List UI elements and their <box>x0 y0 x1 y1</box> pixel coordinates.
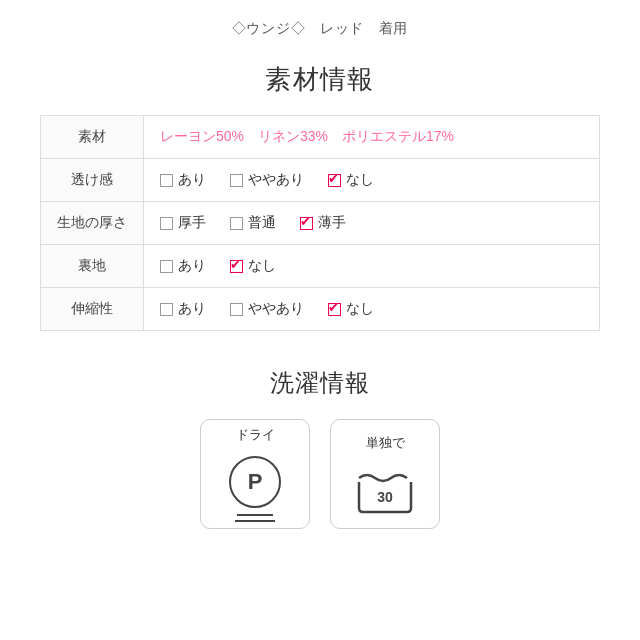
laundry-section-title: 洗濯情報 <box>40 367 600 399</box>
checkbox-empty <box>230 174 243 187</box>
checkbox-checked <box>328 174 341 187</box>
dry-clean-symbol: P <box>229 456 281 508</box>
material-table: 素材レーヨン50% リネン33% ポリエステル17%透け感ありややありなし生地の… <box>40 115 600 331</box>
option-label: 厚手 <box>178 214 206 232</box>
option-item: 普通 <box>230 214 276 232</box>
table-row: 裏地ありなし <box>41 245 600 288</box>
option-item: なし <box>328 171 374 189</box>
row-label: 生地の厚さ <box>41 202 144 245</box>
row-value: ありややありなし <box>144 288 600 331</box>
wash-symbol: 30 <box>355 464 415 514</box>
option-label: ややあり <box>248 300 304 318</box>
table-row: 伸縮性ありややありなし <box>41 288 600 331</box>
svg-text:30: 30 <box>377 489 393 505</box>
option-item: ややあり <box>230 171 304 189</box>
option-item: あり <box>160 171 206 189</box>
row-value: レーヨン50% リネン33% ポリエステル17% <box>144 116 600 159</box>
row-label: 透け感 <box>41 159 144 202</box>
checkbox-empty <box>160 217 173 230</box>
row-value: ありなし <box>144 245 600 288</box>
checkbox-checked <box>300 217 313 230</box>
table-row: 透け感ありややありなし <box>41 159 600 202</box>
checkbox-empty <box>230 303 243 316</box>
laundry-label-dry: ドライ <box>236 426 275 444</box>
laundry-section: 洗濯情報 ドライ P 単独で 30 <box>40 367 600 529</box>
material-section-title: 素材情報 <box>40 62 600 97</box>
row-label: 素材 <box>41 116 144 159</box>
option-item: あり <box>160 300 206 318</box>
option-item: 厚手 <box>160 214 206 232</box>
checkbox-checked <box>328 303 341 316</box>
option-label: 薄手 <box>318 214 346 232</box>
option-label: あり <box>178 300 206 318</box>
option-item: ややあり <box>230 300 304 318</box>
option-item: あり <box>160 257 206 275</box>
laundry-label-wash: 単独で <box>366 434 405 452</box>
option-label: ややあり <box>248 171 304 189</box>
table-row: 素材レーヨン50% リネン33% ポリエステル17% <box>41 116 600 159</box>
option-item: なし <box>230 257 276 275</box>
row-value: 厚手普通薄手 <box>144 202 600 245</box>
row-label: 伸縮性 <box>41 288 144 331</box>
table-row: 生地の厚さ厚手普通薄手 <box>41 202 600 245</box>
checkbox-empty <box>160 260 173 273</box>
option-label: あり <box>178 171 206 189</box>
laundry-icon-dry: ドライ P <box>200 419 310 529</box>
laundry-icon-wash: 単独で 30 <box>330 419 440 529</box>
row-value: ありややありなし <box>144 159 600 202</box>
option-label: なし <box>346 300 374 318</box>
option-label: なし <box>346 171 374 189</box>
option-label: 普通 <box>248 214 276 232</box>
laundry-icons: ドライ P 単独で 30 <box>40 419 600 529</box>
checkbox-empty <box>160 303 173 316</box>
checkbox-checked <box>230 260 243 273</box>
row-label: 裏地 <box>41 245 144 288</box>
option-label: なし <box>248 257 276 275</box>
option-label: あり <box>178 257 206 275</box>
option-item: なし <box>328 300 374 318</box>
checkbox-empty <box>230 217 243 230</box>
option-item: 薄手 <box>300 214 346 232</box>
checkbox-empty <box>160 174 173 187</box>
page-subtitle: ◇ウンジ◇ レッド 着用 <box>40 20 600 38</box>
